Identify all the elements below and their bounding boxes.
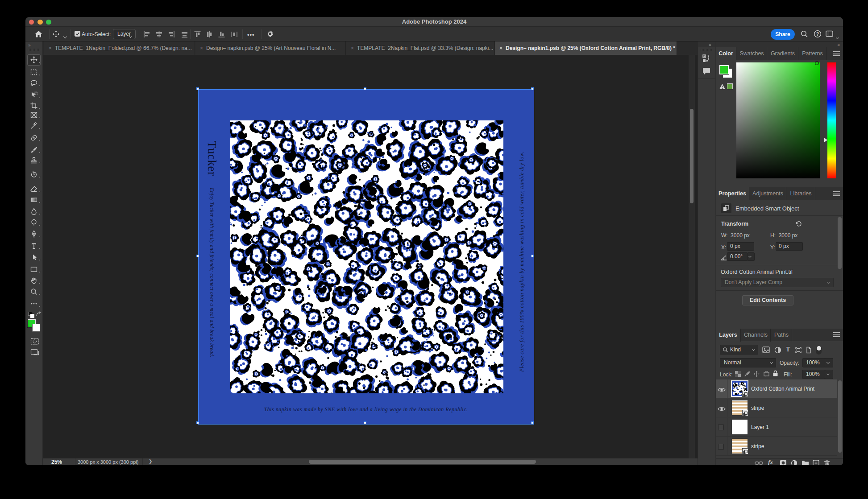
svg-text:This napkin was made by SNE wi: This napkin was made by SNE with love an… xyxy=(264,406,468,412)
svg-text:Please care for this 100% cott: Please care for this 100% cotton napkin … xyxy=(519,152,525,372)
svg-text:Enjoy Tucker with family and f: Enjoy Tucker with family and friends; co… xyxy=(209,187,215,357)
svg-text:?: ? xyxy=(816,31,819,37)
svg-text:Tucker: Tucker xyxy=(205,141,219,176)
